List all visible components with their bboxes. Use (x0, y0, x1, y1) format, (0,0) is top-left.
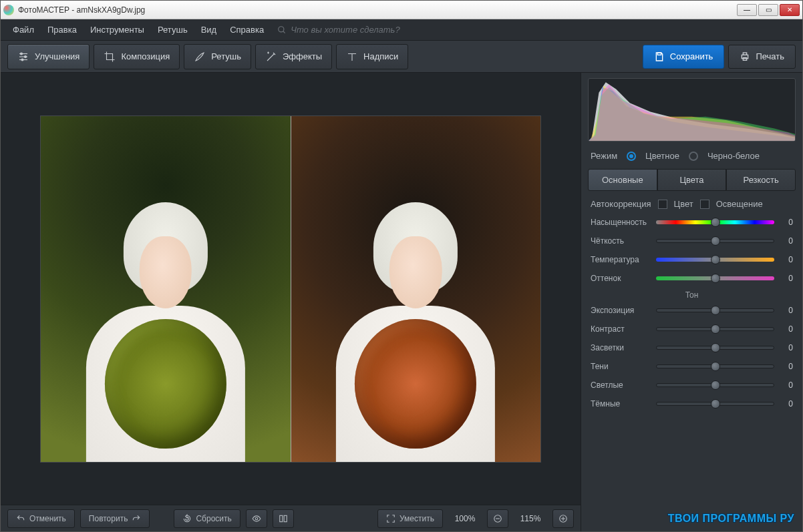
slider-thumb[interactable] (711, 380, 720, 390)
tint-slider[interactable] (656, 276, 774, 280)
radio-color[interactable] (627, 152, 636, 161)
shadows-slider[interactable] (656, 364, 774, 368)
ptab-sharp[interactable]: Резкость (726, 169, 796, 191)
temperature-slider[interactable] (656, 258, 774, 262)
redo-button[interactable]: Повторить (80, 509, 150, 528)
auto-label: Автокоррекция (591, 199, 651, 209)
slider-thumb[interactable] (711, 306, 720, 315)
highlights-value: 0 (780, 343, 793, 352)
app-window: ФотоМАСТЕР - amNskXA9gDw.jpg — ▭ ✕ Файл … (0, 0, 803, 532)
temperature-label: Температура (591, 255, 651, 264)
print-icon (740, 51, 750, 62)
svg-rect-14 (284, 515, 287, 521)
auto-light-label[interactable]: Освещение (716, 199, 763, 209)
menubar: Файл Правка Инструменты Ретушь Вид Справ… (1, 19, 802, 41)
clarity-slider[interactable] (656, 239, 774, 243)
preview-toggle[interactable] (246, 509, 267, 528)
exposure-value: 0 (780, 306, 793, 315)
shadows-value: 0 (780, 362, 793, 371)
search-placeholder: Что вы хотите сделать? (291, 25, 400, 35)
panel-tabs: Основные Цвета Резкость (588, 169, 796, 191)
zoom-current: 115% (514, 514, 547, 523)
svg-point-12 (255, 517, 258, 520)
slider-thumb[interactable] (711, 218, 720, 227)
undo-button[interactable]: Отменить (7, 509, 75, 528)
brush-icon (194, 51, 206, 63)
menu-search[interactable]: Что вы хотите сделать? (277, 25, 400, 35)
zoom-out-button[interactable] (487, 509, 508, 528)
whites-slider[interactable] (656, 383, 774, 387)
slider-thumb[interactable] (711, 343, 720, 352)
chk-auto-color[interactable] (658, 200, 667, 209)
svg-rect-10 (744, 53, 747, 55)
save-button[interactable]: Сохранить (643, 45, 725, 69)
contrast-slider[interactable] (656, 327, 774, 331)
titlebar[interactable]: ФотоМАСТЕР - amNskXA9gDw.jpg — ▭ ✕ (1, 1, 802, 19)
slider-thumb[interactable] (711, 362, 720, 371)
radio-bw[interactable] (689, 152, 698, 161)
minimize-button[interactable]: — (737, 4, 757, 16)
slider-thumb[interactable] (711, 255, 720, 264)
slider-thumb[interactable] (711, 274, 720, 283)
search-icon (277, 25, 287, 35)
reset-button[interactable]: Сбросить (174, 509, 240, 528)
mode-color-label[interactable]: Цветное (645, 151, 679, 161)
tone-header: Тон (591, 288, 793, 301)
svg-point-5 (21, 53, 23, 55)
contrast-value: 0 (780, 324, 793, 334)
svg-line-1 (283, 31, 285, 33)
close-button[interactable]: ✕ (780, 4, 800, 16)
compare-toggle[interactable] (273, 509, 294, 528)
whites-value: 0 (780, 380, 793, 390)
svg-point-0 (279, 26, 284, 31)
save-icon (654, 51, 665, 62)
window-title: ФотоМАСТЕР - amNskXA9gDw.jpg (18, 5, 737, 15)
chk-auto-light[interactable] (700, 200, 709, 209)
maximize-button[interactable]: ▭ (758, 4, 778, 16)
text-icon (346, 51, 358, 63)
mode-bw-label[interactable]: Черно-белое (707, 151, 760, 161)
photo-compare (40, 115, 541, 463)
mode-label: Режим (591, 151, 617, 161)
photo-after (291, 116, 541, 462)
clarity-label: Чёткость (591, 236, 651, 246)
blacks-value: 0 (780, 399, 793, 409)
tab-composition[interactable]: Композиция (94, 44, 180, 69)
redo-icon (132, 514, 141, 523)
slider-thumb[interactable] (711, 324, 720, 334)
saturation-slider[interactable] (656, 220, 774, 224)
ptab-basic[interactable]: Основные (588, 169, 657, 191)
canvas[interactable] (1, 73, 581, 505)
menu-help[interactable]: Справка (224, 22, 269, 37)
shadows-label: Тени (591, 362, 651, 371)
highlights-slider[interactable] (656, 346, 774, 350)
exposure-label: Экспозиция (591, 306, 651, 315)
ptab-colors[interactable]: Цвета (657, 169, 727, 191)
menu-retouch[interactable]: Ретушь (152, 22, 193, 37)
blacks-slider[interactable] (656, 402, 774, 406)
menu-edit[interactable]: Правка (42, 22, 82, 37)
svg-rect-11 (744, 57, 747, 60)
menu-view[interactable]: Вид (196, 22, 222, 37)
panel-body: Автокоррекция Цвет Освещение Насыщенност… (581, 191, 802, 531)
tint-label: Оттенок (591, 274, 651, 283)
menu-tools[interactable]: Инструменты (85, 22, 150, 37)
tab-enhance[interactable]: Улучшения (7, 44, 90, 69)
svg-rect-13 (280, 515, 283, 521)
auto-color-label[interactable]: Цвет (674, 199, 693, 209)
exposure-slider[interactable] (656, 308, 774, 312)
tab-effects[interactable]: Эффекты (255, 44, 332, 69)
fit-button[interactable]: Уместить (377, 509, 443, 528)
contrast-label: Контраст (591, 324, 651, 334)
reset-icon (182, 514, 192, 523)
menu-file[interactable]: Файл (7, 22, 39, 37)
eye-icon (252, 514, 261, 523)
plus-icon (558, 514, 568, 523)
zoom-in-button[interactable] (552, 509, 574, 528)
tab-text[interactable]: Надписи (336, 44, 408, 69)
print-button[interactable]: Печать (728, 45, 796, 69)
tab-retouch[interactable]: Ретушь (184, 44, 251, 69)
slider-thumb[interactable] (711, 399, 720, 409)
histogram[interactable] (588, 78, 796, 142)
slider-thumb[interactable] (711, 236, 720, 246)
